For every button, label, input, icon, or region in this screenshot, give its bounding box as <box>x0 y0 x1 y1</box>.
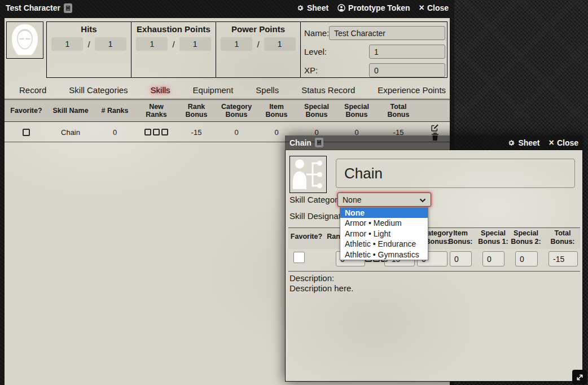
close-button[interactable]: × Close <box>419 3 449 12</box>
power-current-input[interactable] <box>221 37 252 51</box>
tab-equipment[interactable]: Equipment <box>193 85 234 95</box>
name-input[interactable] <box>329 26 445 40</box>
prototype-token-button[interactable]: Prototype Token <box>337 3 410 12</box>
close-icon: × <box>549 138 554 147</box>
hits-max-input[interactable] <box>95 37 126 51</box>
item-sheet-content: Skill Category None Skill Designation No… <box>285 150 583 382</box>
chevron-down-icon <box>419 195 426 204</box>
new-rank-checkbox-2[interactable] <box>153 129 160 135</box>
resize-diagonal-icon <box>576 373 584 382</box>
special-bonus-2-input[interactable] <box>515 251 538 266</box>
new-ranks-checkboxes <box>144 129 168 135</box>
col-special-bonus-2: Special Bonus <box>336 100 377 121</box>
exhaustion-max-input[interactable] <box>179 37 211 51</box>
col-special-bonus-1: Special Bonus 1: <box>477 229 510 246</box>
ranks-cell: 0 <box>93 123 137 142</box>
col-category-bonus: Category Bonus <box>217 100 256 121</box>
item-window-title: Chain <box>289 138 323 147</box>
col-total-bonus: Total Bonus <box>377 100 420 121</box>
gear-icon <box>296 4 304 12</box>
col-rank-bonus: Rank Bonus <box>176 100 217 121</box>
exhaustion-box: Exhaustion Points / <box>131 21 216 78</box>
dropdown-option-none[interactable]: None <box>340 208 428 218</box>
tab-status-record[interactable]: Status Record <box>301 85 355 95</box>
item-name-input[interactable] <box>336 159 575 188</box>
hits-current-input[interactable] <box>51 37 83 51</box>
tab-experience-points[interactable]: Experience Points <box>378 85 446 95</box>
exhaustion-current-input[interactable] <box>136 37 168 51</box>
dropdown-option-armor-medium[interactable]: Armor • Medium <box>340 218 428 228</box>
description-text[interactable]: Description here. <box>289 283 353 293</box>
tab-spells[interactable]: Spells <box>256 85 279 95</box>
col-special-bonus-2: Special Bonus 2: <box>510 229 542 246</box>
exhaustion-label: Exhaustion Points <box>131 24 216 34</box>
skill-tree-icon <box>290 156 326 193</box>
xp-label: XP: <box>304 65 339 75</box>
new-rank-checkbox-3[interactable] <box>161 129 168 135</box>
col-num-ranks: # Ranks <box>93 100 137 121</box>
dropdown-option-athletic-endurance[interactable]: Athletic • Endurance <box>340 239 428 249</box>
dropdown-option-athletic-gymnastics[interactable]: Athletic • Gymnastics <box>340 250 428 260</box>
mystery-man-icon <box>7 22 43 58</box>
col-favorite: Favorite? <box>290 233 323 241</box>
table-divider <box>288 271 580 272</box>
tab-record[interactable]: Record <box>19 85 46 95</box>
gear-icon <box>507 139 515 147</box>
skill-category-dropdown: None Armor • Medium Armor • Light Athlet… <box>340 207 428 260</box>
name-label: Name: <box>304 28 329 38</box>
item-close-button[interactable]: × Close <box>549 138 578 147</box>
col-skill-name: Skill Name <box>48 100 93 121</box>
col-total-bonus: Total Bonus: <box>547 229 578 246</box>
journal-book-icon <box>64 3 72 13</box>
close-icon: × <box>419 3 424 12</box>
power-points-box: Power Points / <box>216 21 301 78</box>
category-bonus-cell: 0 <box>217 123 256 142</box>
item-sheet-config-button[interactable]: Sheet <box>507 138 539 147</box>
skills-table-header: Favorite? Skill Name # Ranks New Ranks R… <box>5 99 450 122</box>
dropdown-option-armor-light[interactable]: Armor • Light <box>340 229 428 239</box>
total-bonus-input[interactable] <box>548 251 578 266</box>
special-bonus-1-input[interactable] <box>482 251 504 266</box>
tab-skill-categories[interactable]: Skill Categories <box>69 85 128 95</box>
col-new-ranks: New Ranks <box>137 100 176 121</box>
journal-book-icon <box>315 138 323 147</box>
user-circle-icon <box>337 4 345 12</box>
character-window-titlebar[interactable]: Test Character Sheet Prototype Token × C… <box>0 0 454 16</box>
identity-box: Name: Level: XP: <box>300 21 447 78</box>
page-background: Test Character Sheet Prototype Token × C… <box>0 0 588 385</box>
skill-name-cell[interactable]: Chain <box>48 123 93 142</box>
power-max-input[interactable] <box>264 37 296 51</box>
xp-input[interactable] <box>369 63 445 77</box>
character-portrait[interactable] <box>6 21 43 59</box>
item-bonus-input[interactable] <box>450 251 472 266</box>
col-favorite: Favorite? <box>5 100 48 121</box>
chain-item-window: Chain Sheet × Close <box>285 135 583 382</box>
tab-skills[interactable]: Skills <box>151 85 170 95</box>
sheet-tabs: Record Skill Categories Skills Equipment… <box>5 82 450 99</box>
col-item-bonus: Item Bonus: <box>446 229 475 246</box>
level-input[interactable] <box>369 45 445 59</box>
description-label: Description: <box>289 273 334 283</box>
favorite-checkbox[interactable] <box>23 129 30 136</box>
level-label: Level: <box>304 47 339 56</box>
resize-handle[interactable] <box>572 370 587 384</box>
edit-skill-icon[interactable] <box>431 124 439 132</box>
sheet-config-button[interactable]: Sheet <box>296 3 328 12</box>
col-item-bonus: Item Bonus <box>256 100 297 121</box>
skill-category-select[interactable]: None <box>337 193 431 207</box>
item-window-titlebar[interactable]: Chain Sheet × Close <box>285 135 583 150</box>
window-title-text: Test Character <box>6 3 60 12</box>
power-points-label: Power Points <box>216 24 300 34</box>
hits-box: Hits / <box>46 21 131 78</box>
item-title-text: Chain <box>289 138 311 147</box>
character-window-title: Test Character <box>6 3 72 13</box>
rank-bonus-cell: -15 <box>176 123 217 142</box>
favorite-checkbox[interactable] <box>293 252 305 263</box>
hits-label: Hits <box>47 24 131 34</box>
item-portrait[interactable] <box>289 156 327 193</box>
skill-category-label: Skill Category <box>289 195 342 204</box>
selected-option: None <box>343 195 361 204</box>
new-rank-checkbox-1[interactable] <box>144 129 151 135</box>
col-special-bonus-1: Special Bonus <box>297 100 336 121</box>
